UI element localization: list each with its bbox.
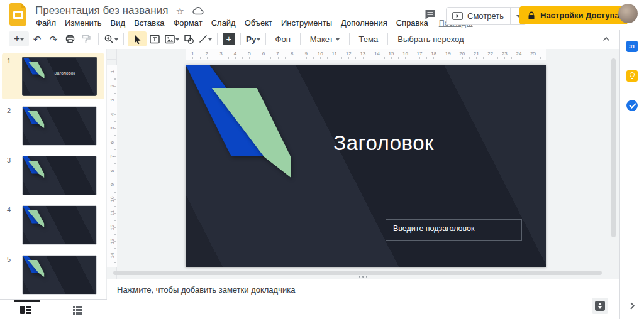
collapse-menus-button[interactable] (602, 36, 611, 42)
menu-object[interactable]: Объект (240, 17, 277, 29)
slide-thumbnail[interactable] (22, 255, 97, 295)
ruler-number: 7 (276, 51, 279, 57)
slide-number: 2 (2, 107, 22, 114)
ruler-number: 3 (219, 51, 222, 57)
slide-thumbnail[interactable] (22, 156, 97, 195)
shape-tool-button[interactable] (180, 31, 197, 46)
layout-button[interactable]: Макет (304, 35, 345, 44)
input-tools-button[interactable]: Ру (245, 31, 262, 46)
slide-thumbnail[interactable] (22, 205, 97, 245)
toolbar-separator (123, 33, 124, 45)
ruler-number: 13 (109, 239, 115, 244)
insert-placeholder-button[interactable]: + (223, 33, 235, 45)
menu-insert[interactable]: Вставка (130, 17, 169, 29)
filmstrip-view-icon-lines (26, 306, 31, 314)
undo-icon: ↶ (33, 35, 42, 44)
chevron-right-icon (630, 301, 635, 310)
caret-down-icon (257, 38, 260, 43)
keep-icon[interactable] (626, 70, 638, 82)
canvas-area: 1234567891011121314151617181920212223242… (107, 49, 619, 279)
toolbar-separator (265, 33, 266, 45)
ruler-number: 15 (389, 51, 394, 57)
menu-tools[interactable]: Инструменты (277, 17, 336, 29)
title-row: Презентация без названия ☆ (35, 4, 204, 17)
green-band-shape (23, 206, 96, 244)
insert-image-button[interactable] (163, 31, 180, 46)
background-button[interactable]: Фон (270, 35, 296, 44)
filmstrip-scrollbar[interactable] (14, 300, 40, 302)
ruler-number: 21 (474, 51, 479, 57)
toolbar-separator (387, 33, 388, 45)
line-tool-button[interactable] (197, 31, 213, 46)
ruler-number: 17 (417, 51, 423, 57)
cursor-icon (132, 34, 142, 45)
slide-canvas[interactable]: Заголовок Введите подзаголовок (186, 65, 546, 267)
document-title[interactable]: Презентация без названия (35, 4, 168, 17)
menu-edit[interactable]: Изменить (60, 17, 106, 29)
ruler-number: 3 (109, 99, 115, 101)
present-button-label: Смотреть (467, 11, 504, 21)
star-icon[interactable]: ☆ (175, 6, 184, 16)
plus-icon: + (226, 34, 232, 43)
vertical-scrollbar[interactable] (611, 58, 616, 237)
print-button[interactable] (62, 31, 78, 46)
undo-button[interactable]: ↶ (29, 31, 45, 46)
slide-thumbnail[interactable]: Заголовок (22, 57, 97, 96)
menu-slide[interactable]: Слайд (207, 17, 240, 29)
speaker-notes-panel[interactable]: Нажмите, чтобы добавить заметки докладчи… (107, 279, 619, 319)
present-button[interactable]: Смотреть (446, 7, 526, 25)
ruler-number: 11 (109, 210, 115, 215)
slide-title-text[interactable]: Заголовок (294, 131, 474, 155)
slide-thumbnail-row[interactable]: 4 (2, 202, 104, 248)
zoom-button[interactable] (103, 31, 119, 46)
menu-view[interactable]: Вид (106, 17, 130, 29)
ruler-number: 4 (109, 113, 115, 116)
slide-thumbnail[interactable] (22, 106, 97, 146)
redo-button[interactable]: ↷ (45, 31, 62, 46)
ruler-number: 2 (206, 51, 208, 57)
speaker-notes-placeholder[interactable]: Нажмите, чтобы добавить заметки докладчи… (117, 285, 295, 295)
share-button[interactable]: Настройки Доступа (519, 6, 628, 24)
input-tools-label: Ру (246, 35, 257, 44)
slide-number: 4 (2, 206, 22, 214)
text-box-button[interactable] (147, 31, 163, 46)
theme-button[interactable]: Тема (353, 35, 384, 44)
filmstrip-view-icon (20, 306, 25, 314)
slide-thumbnail-row[interactable]: 3 (2, 153, 104, 198)
transition-button[interactable]: Выбрать переход (392, 35, 469, 44)
menu-file[interactable]: Файл (31, 17, 60, 29)
app-header: Презентация без названия ☆ Файл Изменить… (0, 0, 644, 30)
calendar-icon[interactable]: 31 (626, 41, 638, 52)
ruler-number: 9 (304, 51, 307, 57)
filmstrip-view-button[interactable] (20, 306, 31, 314)
slide-thumbnail-row[interactable]: 1 Заголовок (2, 53, 104, 99)
menu-addons[interactable]: Дополнения (336, 17, 392, 29)
hide-side-panel-button[interactable] (620, 301, 644, 310)
comments-button[interactable] (424, 9, 438, 21)
green-band-shape (23, 107, 96, 145)
ruler-number: 12 (109, 224, 115, 230)
horizontal-ruler: 1234567891011121314151617181920212223242… (107, 49, 619, 60)
ruler-number: 9 (109, 183, 115, 186)
new-slide-button[interactable]: + (9, 31, 29, 46)
subtitle-placeholder-box[interactable]: Введите подзаголовок (386, 219, 522, 241)
green-band-shape (23, 256, 96, 294)
grid-view-button[interactable] (73, 306, 82, 315)
paint-format-button[interactable] (78, 31, 94, 46)
slide-thumbnail-row[interactable]: 5 (2, 252, 104, 298)
menu-format[interactable]: Формат (169, 17, 206, 29)
tasks-icon[interactable] (626, 100, 638, 111)
slide-thumbnail-panel: 1 Заголовок 2 3 (0, 49, 107, 299)
cloud-status-icon[interactable] (192, 6, 204, 16)
slides-logo-icon[interactable] (9, 3, 26, 26)
notes-expand-button[interactable] (592, 298, 608, 314)
side-panel: 31 (619, 30, 644, 319)
slide-thumbnail-row[interactable]: 2 (2, 103, 104, 149)
ruler-number: 6 (262, 51, 265, 57)
notes-resize-handle[interactable] (107, 274, 619, 279)
avatar[interactable] (618, 4, 638, 23)
select-tool-button[interactable] (128, 31, 147, 46)
text-box-icon (149, 34, 160, 45)
ruler-number: 13 (360, 51, 365, 57)
caret-down-icon (114, 38, 118, 43)
